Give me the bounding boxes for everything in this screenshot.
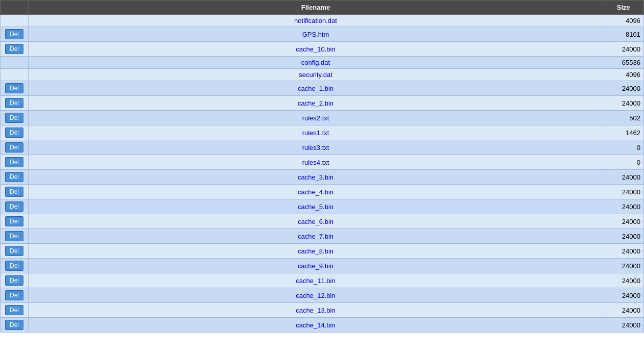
filename-cell: cache_12.bin — [29, 288, 603, 303]
del-cell: Del — [1, 214, 29, 229]
table-row: Delcache_13.bin24000 — [1, 303, 644, 318]
size-cell: 4096 — [603, 15, 644, 27]
delete-button[interactable]: Del — [5, 128, 23, 138]
delete-button[interactable]: Del — [5, 29, 23, 39]
delete-button[interactable]: Del — [5, 290, 23, 300]
filename-link[interactable]: cache_7.bin — [298, 233, 333, 240]
delete-button[interactable]: Del — [5, 320, 23, 330]
delete-button[interactable]: Del — [5, 44, 23, 54]
del-cell: Del — [1, 259, 29, 273]
filename-link[interactable]: rules4.txt — [302, 159, 329, 166]
size-cell: 1462 — [603, 125, 644, 140]
size-cell: 24000 — [603, 303, 644, 318]
filename-link[interactable]: cache_1.bin — [298, 85, 333, 92]
size-cell: 24000 — [603, 318, 644, 333]
size-cell: 24000 — [603, 96, 644, 111]
del-cell: Del — [1, 303, 29, 318]
size-cell: 0 — [603, 140, 644, 155]
filename-cell: rules1.txt — [29, 125, 603, 140]
delete-button[interactable]: Del — [5, 201, 23, 212]
filename-link[interactable]: rules2.txt — [302, 114, 329, 122]
delete-button[interactable]: Del — [5, 172, 23, 182]
filename-link[interactable]: cache_6.bin — [298, 218, 333, 225]
filename-cell: cache_2.bin — [29, 96, 603, 111]
del-cell: Del — [1, 244, 29, 259]
table-row: Delrules1.txt1462 — [1, 125, 644, 140]
size-cell: 24000 — [603, 81, 644, 96]
size-cell: 8101 — [603, 27, 644, 42]
delete-button[interactable]: Del — [5, 98, 23, 108]
filename-link[interactable]: cache_13.bin — [296, 307, 335, 314]
filename-link[interactable]: cache_9.bin — [298, 262, 333, 270]
size-cell: 24000 — [603, 185, 644, 199]
del-cell — [1, 69, 29, 81]
filename-cell: cache_14.bin — [29, 318, 603, 333]
filename-cell: GPS.htm — [29, 27, 603, 42]
delete-button[interactable]: Del — [5, 113, 23, 123]
filename-link[interactable]: cache_12.bin — [296, 292, 335, 299]
table-row: DelGPS.htm8101 — [1, 27, 644, 42]
size-cell: 24000 — [603, 259, 644, 273]
filename-cell: cache_4.bin — [29, 185, 603, 199]
table-row: Delcache_8.bin24000 — [1, 244, 644, 259]
table-row: Delcache_1.bin24000 — [1, 81, 644, 96]
table-row: Delcache_6.bin24000 — [1, 214, 644, 229]
table-row: security.dat4096 — [1, 69, 644, 81]
filename-link[interactable]: GPS.htm — [302, 31, 329, 38]
filename-link[interactable]: cache_8.bin — [298, 247, 333, 255]
filename-link[interactable]: cache_4.bin — [298, 188, 333, 196]
filename-cell: cache_1.bin — [29, 81, 603, 96]
delete-button[interactable]: Del — [5, 231, 23, 241]
table-row: Delcache_2.bin24000 — [1, 96, 644, 111]
delete-button[interactable]: Del — [5, 83, 23, 93]
file-table: Filename Size notification.dat4096DelGPS… — [0, 0, 644, 333]
del-cell: Del — [1, 140, 29, 155]
delete-button[interactable]: Del — [5, 275, 23, 286]
filename-link[interactable]: cache_14.bin — [296, 321, 335, 329]
delete-button[interactable]: Del — [5, 187, 23, 197]
filename-cell: cache_3.bin — [29, 170, 603, 185]
del-cell: Del — [1, 318, 29, 333]
filename-link[interactable]: config.dat — [301, 59, 330, 66]
size-cell: 24000 — [603, 214, 644, 229]
table-row: Delrules2.txt502 — [1, 111, 644, 125]
del-cell — [1, 57, 29, 69]
table-row: Delcache_14.bin24000 — [1, 318, 644, 333]
filename-link[interactable]: rules3.txt — [302, 144, 329, 151]
filename-link[interactable]: cache_10.bin — [296, 45, 335, 53]
filename-link[interactable]: notification.dat — [294, 17, 337, 24]
table-row: notification.dat4096 — [1, 15, 644, 27]
del-cell: Del — [1, 273, 29, 288]
filename-link[interactable]: rules1.txt — [302, 129, 329, 137]
filename-link[interactable]: security.dat — [299, 71, 332, 79]
del-cell: Del — [1, 288, 29, 303]
filename-cell: cache_13.bin — [29, 303, 603, 318]
size-cell: 24000 — [603, 229, 644, 244]
table-row: Delrules3.txt0 — [1, 140, 644, 155]
filename-cell: rules4.txt — [29, 155, 603, 170]
table-row: Delcache_9.bin24000 — [1, 259, 644, 273]
size-cell: 502 — [603, 111, 644, 125]
filename-cell: cache_9.bin — [29, 259, 603, 273]
filename-link[interactable]: cache_5.bin — [298, 203, 333, 211]
del-cell: Del — [1, 96, 29, 111]
delete-button[interactable]: Del — [5, 157, 23, 167]
size-cell: 0 — [603, 155, 644, 170]
del-cell: Del — [1, 199, 29, 214]
del-cell: Del — [1, 81, 29, 96]
filename-link[interactable]: cache_2.bin — [298, 99, 333, 107]
delete-button[interactable]: Del — [5, 261, 23, 271]
size-cell: 24000 — [603, 199, 644, 214]
table-row: Delcache_11.bin24000 — [1, 273, 644, 288]
size-cell: 24000 — [603, 244, 644, 259]
filename-cell: cache_10.bin — [29, 42, 603, 57]
delete-button[interactable]: Del — [5, 305, 23, 315]
filename-link[interactable]: cache_3.bin — [298, 173, 333, 181]
table-row: config.dat65536 — [1, 57, 644, 69]
filename-cell: cache_7.bin — [29, 229, 603, 244]
delete-button[interactable]: Del — [5, 142, 23, 152]
delete-button[interactable]: Del — [5, 216, 23, 226]
filename-link[interactable]: cache_11.bin — [296, 277, 335, 285]
delete-button[interactable]: Del — [5, 246, 23, 256]
size-cell: 24000 — [603, 170, 644, 185]
